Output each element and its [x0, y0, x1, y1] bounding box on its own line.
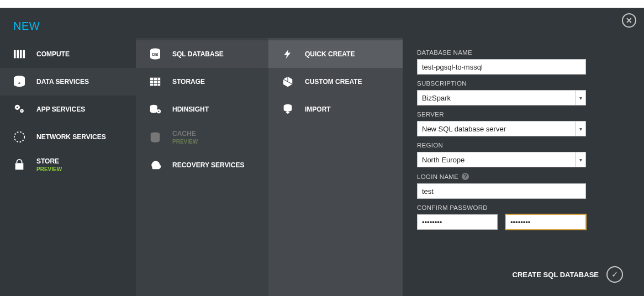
chevron-down-icon: ▾: [576, 121, 585, 136]
chevron-down-icon: ▾: [576, 152, 585, 167]
category-compute[interactable]: COMPUTE: [0, 40, 136, 68]
category-label: DATA SERVICES: [36, 78, 89, 86]
action-column: QUICK CREATE CUSTOM CREATE IMPORT: [268, 38, 403, 296]
category-label: APP SERVICES: [36, 105, 85, 113]
input-login-name[interactable]: [417, 183, 586, 199]
background-strip: [0, 0, 644, 8]
action-quick-create[interactable]: QUICK CREATE: [268, 40, 403, 68]
network-services-icon: [12, 130, 27, 144]
quick-create-icon: [281, 47, 295, 61]
service-cache: CACHE PREVIEW: [136, 123, 268, 151]
service-column: DB SQL DATABASE STORAGE HDINSIGHT: [136, 38, 268, 296]
label-subscription: SUBSCRIPTION: [417, 80, 623, 87]
service-sql-database[interactable]: DB SQL DATABASE: [136, 40, 268, 68]
svg-point-10: [14, 132, 24, 142]
svg-text:x: x: [18, 80, 21, 85]
input-password[interactable]: [417, 214, 498, 230]
service-label: SQL DATABASE: [172, 50, 224, 58]
svg-rect-3: [23, 50, 25, 59]
create-button-label: CREATE SQL DATABASE: [513, 271, 599, 279]
action-import[interactable]: IMPORT: [268, 96, 403, 123]
preview-badge: PREVIEW: [36, 166, 62, 172]
select-value: New SQL database server: [422, 125, 506, 133]
panel-title: NEW: [0, 8, 644, 38]
category-app-services[interactable]: APP SERVICES: [0, 96, 136, 123]
service-recovery-services[interactable]: RECOVERY SERVICES: [136, 151, 268, 179]
custom-create-icon: [281, 75, 295, 89]
close-button[interactable]: ✕: [622, 13, 636, 28]
svg-rect-13: [150, 78, 160, 86]
service-label: RECOVERY SERVICES: [172, 161, 245, 169]
label-text: LOGIN NAME: [417, 173, 458, 180]
service-storage[interactable]: STORAGE: [136, 68, 268, 96]
category-label: NETWORK SERVICES: [36, 133, 106, 141]
new-wizard-panel: ✕ NEW COMPUTE x DATA SERVICES APP: [0, 8, 644, 296]
service-label: HDINSIGHT: [172, 105, 209, 113]
svg-point-8: [17, 107, 18, 108]
import-icon: [281, 102, 295, 117]
select-value: BizSpark: [422, 94, 451, 102]
label-login-name: LOGIN NAME ?: [417, 173, 623, 180]
category-data-services[interactable]: x DATA SERVICES: [0, 68, 136, 96]
svg-text:DB: DB: [152, 52, 159, 57]
action-label: IMPORT: [305, 105, 331, 113]
hdinsight-icon: [148, 102, 162, 117]
service-hdinsight[interactable]: HDINSIGHT: [136, 96, 268, 123]
storage-icon: [148, 75, 162, 89]
preview-badge: PREVIEW: [172, 139, 198, 145]
create-button[interactable]: ✓: [606, 266, 623, 283]
service-label: CACHE: [172, 130, 198, 138]
password-row: [417, 214, 623, 230]
select-value: North Europe: [422, 156, 464, 164]
label-region: REGION: [417, 142, 623, 149]
label-confirm-password: CONFIRM PASSWORD: [417, 204, 623, 211]
input-database-name[interactable]: [417, 59, 586, 75]
select-subscription[interactable]: BizSpark ▾: [417, 90, 586, 105]
check-icon: ✓: [611, 269, 619, 279]
select-region[interactable]: North Europe ▾: [417, 152, 586, 167]
category-network-services[interactable]: NETWORK SERVICES: [0, 123, 136, 151]
input-confirm-password[interactable]: [505, 214, 586, 230]
category-label: STORE: [36, 157, 62, 165]
svg-rect-1: [17, 50, 19, 59]
form-footer: CREATE SQL DATABASE ✓: [417, 256, 623, 296]
category-store[interactable]: STORE PREVIEW: [0, 151, 136, 179]
svg-rect-0: [14, 50, 16, 59]
action-label: CUSTOM CREATE: [305, 78, 362, 86]
form-column: DATABASE NAME SUBSCRIPTION BizSpark ▾ SE…: [403, 38, 644, 296]
app-services-icon: [12, 102, 27, 117]
sql-database-icon: DB: [148, 47, 162, 61]
compute-icon: [12, 47, 27, 61]
label-database-name: DATABASE NAME: [417, 49, 623, 56]
service-label: STORAGE: [172, 78, 205, 86]
svg-rect-2: [20, 50, 22, 59]
action-label: QUICK CREATE: [305, 50, 355, 58]
close-icon: ✕: [626, 16, 632, 25]
select-server[interactable]: New SQL database server ▾: [417, 121, 586, 136]
svg-point-20: [158, 111, 159, 112]
data-services-icon: x: [12, 75, 27, 89]
wizard-body: COMPUTE x DATA SERVICES APP SERVICES NET…: [0, 38, 644, 296]
category-column: COMPUTE x DATA SERVICES APP SERVICES NET…: [0, 38, 136, 296]
help-icon[interactable]: ?: [462, 173, 469, 180]
category-label: COMPUTE: [36, 50, 70, 58]
action-custom-create[interactable]: CUSTOM CREATE: [268, 68, 403, 96]
svg-point-9: [22, 110, 23, 112]
label-server: SERVER: [417, 111, 623, 118]
cache-icon: [148, 130, 162, 145]
recovery-services-icon: [148, 158, 162, 172]
store-icon: [12, 158, 27, 172]
chevron-down-icon: ▾: [576, 91, 585, 105]
